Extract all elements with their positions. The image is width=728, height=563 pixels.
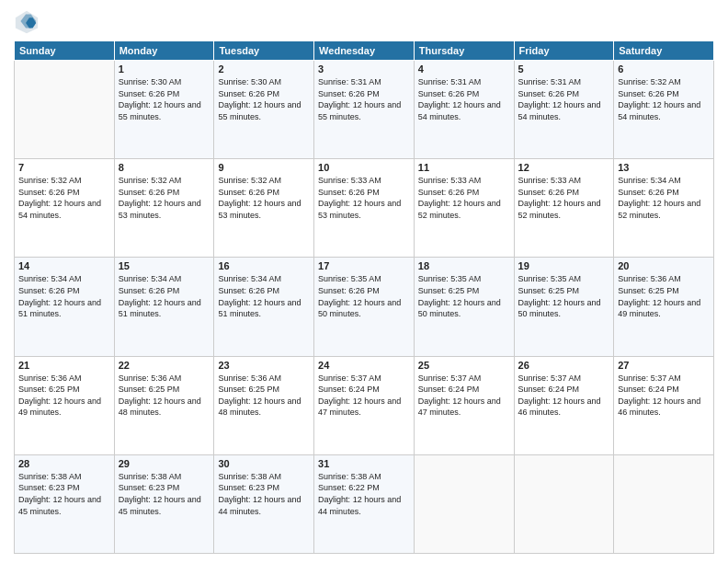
- weekday-header: Friday: [514, 41, 614, 61]
- calendar-cell: 19Sunrise: 5:35 AM Sunset: 6:25 PM Dayli…: [514, 258, 614, 356]
- day-info: Sunrise: 5:37 AM Sunset: 6:24 PM Dayligh…: [318, 373, 410, 419]
- day-number: 16: [218, 260, 310, 271]
- day-number: 1: [119, 63, 210, 75]
- calendar-cell: 14Sunrise: 5:34 AM Sunset: 6:26 PM Dayli…: [15, 258, 115, 356]
- day-number: 15: [119, 260, 210, 271]
- day-number: 2: [218, 63, 310, 75]
- day-info: Sunrise: 5:37 AM Sunset: 6:24 PM Dayligh…: [418, 373, 510, 419]
- calendar-week: 7Sunrise: 5:32 AM Sunset: 6:26 PM Daylig…: [15, 159, 714, 258]
- calendar-cell: 21Sunrise: 5:36 AM Sunset: 6:25 PM Dayli…: [15, 356, 115, 454]
- page: SundayMondayTuesdayWednesdayThursdayFrid…: [0, 0, 728, 563]
- day-info: Sunrise: 5:32 AM Sunset: 6:26 PM Dayligh…: [119, 175, 210, 221]
- calendar-cell: 18Sunrise: 5:35 AM Sunset: 6:25 PM Dayli…: [414, 258, 514, 356]
- weekday-header: Thursday: [414, 41, 514, 61]
- day-info: Sunrise: 5:35 AM Sunset: 6:25 PM Dayligh…: [418, 273, 510, 319]
- calendar-cell: [414, 454, 514, 553]
- weekday-header: Wednesday: [314, 41, 415, 61]
- calendar-week: 14Sunrise: 5:34 AM Sunset: 6:26 PM Dayli…: [15, 258, 714, 356]
- calendar-cell: 10Sunrise: 5:33 AM Sunset: 6:26 PM Dayli…: [314, 159, 415, 258]
- day-number: 27: [618, 360, 710, 371]
- weekday-header: Monday: [114, 41, 214, 61]
- day-number: 24: [318, 360, 410, 371]
- calendar-cell: [614, 454, 714, 553]
- calendar-cell: 2Sunrise: 5:30 AM Sunset: 6:26 PM Daylig…: [214, 61, 314, 159]
- day-info: Sunrise: 5:32 AM Sunset: 6:26 PM Dayligh…: [618, 76, 710, 122]
- day-info: Sunrise: 5:34 AM Sunset: 6:26 PM Dayligh…: [119, 273, 210, 319]
- weekday-row: SundayMondayTuesdayWednesdayThursdayFrid…: [15, 41, 714, 61]
- calendar-cell: 30Sunrise: 5:38 AM Sunset: 6:23 PM Dayli…: [214, 454, 314, 553]
- day-info: Sunrise: 5:36 AM Sunset: 6:25 PM Dayligh…: [119, 373, 210, 419]
- day-info: Sunrise: 5:33 AM Sunset: 6:26 PM Dayligh…: [318, 175, 410, 221]
- day-info: Sunrise: 5:31 AM Sunset: 6:26 PM Dayligh…: [318, 76, 410, 122]
- day-number: 21: [18, 360, 110, 371]
- calendar-cell: 15Sunrise: 5:34 AM Sunset: 6:26 PM Dayli…: [114, 258, 214, 356]
- day-number: 8: [119, 162, 210, 173]
- day-info: Sunrise: 5:35 AM Sunset: 6:26 PM Dayligh…: [318, 273, 410, 319]
- calendar-cell: [15, 61, 115, 159]
- day-info: Sunrise: 5:37 AM Sunset: 6:24 PM Dayligh…: [618, 373, 710, 419]
- day-number: 28: [18, 458, 110, 469]
- calendar-cell: 24Sunrise: 5:37 AM Sunset: 6:24 PM Dayli…: [314, 356, 415, 454]
- day-info: Sunrise: 5:34 AM Sunset: 6:26 PM Dayligh…: [18, 273, 110, 319]
- day-number: 26: [518, 360, 610, 371]
- day-info: Sunrise: 5:32 AM Sunset: 6:26 PM Dayligh…: [218, 175, 310, 221]
- logo: [14, 9, 43, 35]
- day-info: Sunrise: 5:32 AM Sunset: 6:26 PM Dayligh…: [18, 175, 110, 221]
- day-info: Sunrise: 5:30 AM Sunset: 6:26 PM Dayligh…: [218, 76, 310, 122]
- day-number: 23: [218, 360, 310, 371]
- day-info: Sunrise: 5:31 AM Sunset: 6:26 PM Dayligh…: [418, 76, 510, 122]
- calendar-cell: 22Sunrise: 5:36 AM Sunset: 6:25 PM Dayli…: [114, 356, 214, 454]
- day-number: 10: [318, 162, 410, 173]
- calendar-cell: 17Sunrise: 5:35 AM Sunset: 6:26 PM Dayli…: [314, 258, 415, 356]
- day-number: 12: [518, 162, 610, 173]
- calendar-cell: 6Sunrise: 5:32 AM Sunset: 6:26 PM Daylig…: [614, 61, 714, 159]
- day-info: Sunrise: 5:36 AM Sunset: 6:25 PM Dayligh…: [18, 373, 110, 419]
- calendar-cell: 26Sunrise: 5:37 AM Sunset: 6:24 PM Dayli…: [514, 356, 614, 454]
- day-number: 19: [518, 260, 610, 271]
- day-info: Sunrise: 5:30 AM Sunset: 6:26 PM Dayligh…: [119, 76, 210, 122]
- day-info: Sunrise: 5:36 AM Sunset: 6:25 PM Dayligh…: [618, 273, 710, 319]
- calendar-cell: 4Sunrise: 5:31 AM Sunset: 6:26 PM Daylig…: [414, 61, 514, 159]
- weekday-header: Saturday: [614, 41, 714, 61]
- day-number: 5: [518, 63, 610, 75]
- calendar-table: SundayMondayTuesdayWednesdayThursdayFrid…: [14, 40, 714, 554]
- day-number: 22: [119, 360, 210, 371]
- calendar-week: 21Sunrise: 5:36 AM Sunset: 6:25 PM Dayli…: [15, 356, 714, 454]
- day-number: 14: [18, 260, 110, 271]
- calendar-week: 28Sunrise: 5:38 AM Sunset: 6:23 PM Dayli…: [15, 454, 714, 553]
- logo-icon: [14, 9, 40, 35]
- day-number: 30: [218, 458, 310, 469]
- day-info: Sunrise: 5:34 AM Sunset: 6:26 PM Dayligh…: [218, 273, 310, 319]
- day-info: Sunrise: 5:38 AM Sunset: 6:23 PM Dayligh…: [18, 471, 110, 517]
- calendar-cell: 12Sunrise: 5:33 AM Sunset: 6:26 PM Dayli…: [514, 159, 614, 258]
- day-info: Sunrise: 5:36 AM Sunset: 6:25 PM Dayligh…: [218, 373, 310, 419]
- calendar-week: 1Sunrise: 5:30 AM Sunset: 6:26 PM Daylig…: [15, 61, 714, 159]
- weekday-header: Tuesday: [214, 41, 314, 61]
- calendar-cell: 13Sunrise: 5:34 AM Sunset: 6:26 PM Dayli…: [614, 159, 714, 258]
- day-number: 31: [318, 458, 410, 469]
- day-number: 11: [418, 162, 510, 173]
- calendar-cell: 7Sunrise: 5:32 AM Sunset: 6:26 PM Daylig…: [15, 159, 115, 258]
- header: [14, 9, 714, 35]
- day-info: Sunrise: 5:38 AM Sunset: 6:22 PM Dayligh…: [318, 471, 410, 517]
- calendar-cell: 28Sunrise: 5:38 AM Sunset: 6:23 PM Dayli…: [15, 454, 115, 553]
- calendar-cell: 31Sunrise: 5:38 AM Sunset: 6:22 PM Dayli…: [314, 454, 415, 553]
- day-info: Sunrise: 5:38 AM Sunset: 6:23 PM Dayligh…: [218, 471, 310, 517]
- day-number: 6: [618, 63, 710, 75]
- day-info: Sunrise: 5:33 AM Sunset: 6:26 PM Dayligh…: [518, 175, 610, 221]
- day-info: Sunrise: 5:37 AM Sunset: 6:24 PM Dayligh…: [518, 373, 610, 419]
- day-number: 25: [418, 360, 510, 371]
- day-info: Sunrise: 5:31 AM Sunset: 6:26 PM Dayligh…: [518, 76, 610, 122]
- calendar-cell: 20Sunrise: 5:36 AM Sunset: 6:25 PM Dayli…: [614, 258, 714, 356]
- calendar-body: 1Sunrise: 5:30 AM Sunset: 6:26 PM Daylig…: [15, 61, 714, 554]
- calendar-cell: 29Sunrise: 5:38 AM Sunset: 6:23 PM Dayli…: [114, 454, 214, 553]
- calendar-cell: 25Sunrise: 5:37 AM Sunset: 6:24 PM Dayli…: [414, 356, 514, 454]
- calendar-cell: 27Sunrise: 5:37 AM Sunset: 6:24 PM Dayli…: [614, 356, 714, 454]
- day-number: 29: [119, 458, 210, 469]
- day-info: Sunrise: 5:34 AM Sunset: 6:26 PM Dayligh…: [618, 175, 710, 221]
- day-number: 17: [318, 260, 410, 271]
- calendar-cell: 11Sunrise: 5:33 AM Sunset: 6:26 PM Dayli…: [414, 159, 514, 258]
- day-number: 20: [618, 260, 710, 271]
- weekday-header: Sunday: [15, 41, 115, 61]
- day-number: 18: [418, 260, 510, 271]
